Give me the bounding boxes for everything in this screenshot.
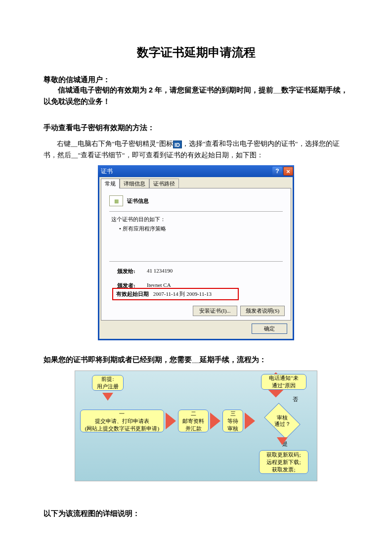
section2-heading: 如果您的证书即将到期或者已经到期，您需要__延期手续，流程为： (44, 355, 348, 365)
cert-info-heading: 证书信息 (127, 197, 149, 205)
purpose-item: • 所有应用程序策略 (119, 225, 283, 232)
arrow-down-icon (102, 393, 113, 401)
flowchart: 前提:用户注册 一提交申请、打印申请表(网站上提交数字证书更新申请) 二邮寄资料… (75, 370, 317, 481)
tab-details[interactable]: 详细信息 (120, 179, 149, 188)
validity-highlight: 有效起始日期 2007-11-14 到 2009-11-13 (112, 288, 239, 300)
certificate-dialog: 证书 ? × 常规 详细信息 证书路径 ▦ 证书信息 这个证书的目的如下： • … (98, 165, 294, 340)
validity-value: 2007-11-14 到 2009-11-13 (153, 291, 212, 297)
dialog-body: 常规 详细信息 证书路径 ▦ 证书信息 这个证书的目的如下： • 所有应用程序策… (98, 177, 294, 340)
flow-precondition: 前提:用户注册 (92, 375, 124, 391)
footer-note: 以下为该流程图的详细说明： (44, 509, 348, 518)
flow-step3: 三等待审核 (222, 410, 243, 432)
flow-step2: 二邮寄资料并汇款 (178, 410, 209, 432)
titlebar: 证书 ? × (98, 165, 294, 177)
validity-label: 有效起始日期 (116, 291, 149, 297)
purpose-heading: 这个证书的目的如下： (111, 216, 283, 223)
close-button[interactable]: × (283, 167, 293, 176)
flow-step1: 一提交申请、打印申请表(网站上提交数字证书更新申请) (80, 410, 164, 432)
flow-decision-text: 审核通过？ (265, 415, 300, 427)
flow-reject: 电话通知"未通过"原因 (261, 374, 306, 390)
label-no: 否 (293, 396, 298, 403)
arrow-right-icon (166, 413, 176, 429)
arrow-right-icon (210, 413, 220, 429)
tab-content: ▦ 证书信息 这个证书的目的如下： • 所有应用程序策略 颁发给: 41 123… (101, 188, 291, 321)
install-cert-button[interactable]: 安装证书(I)... (193, 306, 237, 316)
issued-to-value: 41 1234190 (147, 268, 173, 275)
arrow-right-icon (245, 413, 255, 429)
titlebar-text: 证书 (101, 167, 271, 176)
para-part-a: 右键__电脑右下角"电子密钥精灵"图标 (57, 140, 173, 147)
issuer-statement-button[interactable]: 颁发者说明(S) (240, 306, 285, 316)
ok-button[interactable]: 确定 (252, 324, 287, 334)
issued-to-label: 颁发给: (117, 268, 147, 275)
page-title: 数字证书延期申请流程 (44, 45, 348, 60)
tab-path[interactable]: 证书路径 (149, 179, 179, 188)
certificate-icon: ▦ (109, 195, 123, 206)
section1-para: 右键__电脑右下角"电子密钥精灵"图标ID，选择"查看和导出电子密钥内的证书"，… (44, 139, 348, 161)
arrow-down-icon (277, 437, 288, 445)
key-spirit-icon: ID (173, 140, 182, 148)
flow-approve: 获取更新双码;远程更新下载;获取发票; (259, 450, 308, 474)
intro-text: 信城通电子密钥的有效期为 2 年，请您留意证书的到期时间，提前__数字证书延期手… (44, 85, 348, 107)
help-button[interactable]: ? (272, 167, 282, 176)
section1-heading: 手动查看电子密钥有效期的方法： (44, 123, 348, 133)
tab-general[interactable]: 常规 (101, 179, 120, 188)
greeting: 尊敬的信城通用户： (44, 75, 348, 85)
